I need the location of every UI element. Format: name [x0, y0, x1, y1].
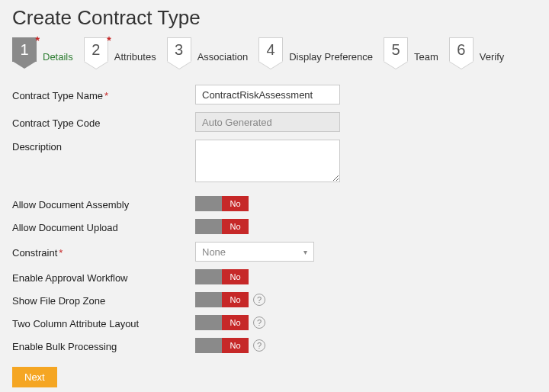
allow-document-assembly-label: Allow Document Assembly [12, 198, 195, 210]
help-icon[interactable]: ? [253, 294, 265, 306]
contract-type-name-input[interactable] [195, 85, 340, 104]
toggle-value: No [222, 196, 249, 211]
constraint-label: Constraint* [12, 246, 195, 259]
description-input[interactable] [195, 140, 340, 182]
show-file-drop-zone-label: Show File Drop Zone [12, 294, 195, 307]
wizard-step-4-number: 4 [258, 37, 283, 62]
enable-bulk-processing-label: Enable Bulk Processing [12, 339, 195, 352]
enable-approval-workflow-toggle[interactable]: No [195, 269, 249, 284]
wizard-step-6-label: Verify [480, 47, 505, 63]
toggle-value: No [222, 315, 249, 330]
required-icon: * [107, 34, 111, 47]
contract-type-code-label: Contract Type Code [12, 116, 195, 129]
wizard-step-1[interactable]: 1 * Details [12, 37, 84, 71]
two-column-layout-label: Two Column Attribute Layout [12, 316, 195, 329]
chevron-down-icon: ▾ [303, 248, 307, 256]
constraint-selected-value: None [202, 246, 226, 258]
wizard-step-6-number: 6 [449, 37, 474, 62]
show-file-drop-zone-toggle[interactable]: No [195, 292, 249, 307]
toggle-value: No [222, 292, 249, 307]
wizard-step-1-number: 1 [12, 37, 37, 62]
wizard-step-2-number: 2 [84, 37, 108, 62]
toggle-value: No [222, 219, 249, 234]
required-icon: * [104, 90, 108, 101]
wizard-steps: 1 * Details 2 * Attributes 3 Association… [12, 37, 537, 71]
wizard-step-6[interactable]: 6 Verify [449, 37, 515, 71]
wizard-step-3[interactable]: 3 Association [167, 37, 258, 71]
wizard-step-5-number: 5 [384, 37, 408, 62]
description-label: Description [12, 140, 195, 153]
wizard-step-4[interactable]: 4 Display Preference [258, 37, 384, 71]
enable-approval-workflow-label: Enable Approval Workflow [12, 271, 195, 284]
toggle-value: No [222, 338, 249, 353]
enable-bulk-processing-toggle[interactable]: No [195, 338, 249, 353]
wizard-step-5-label: Team [414, 47, 438, 63]
next-button[interactable]: Next [12, 367, 57, 387]
wizard-step-2[interactable]: 2 * Attributes [84, 37, 167, 71]
wizard-step-3-label: Association [197, 47, 248, 63]
required-icon: * [59, 247, 63, 259]
constraint-select[interactable]: None ▾ [195, 242, 314, 262]
help-icon[interactable]: ? [253, 316, 265, 329]
wizard-step-2-label: Attributes [114, 47, 156, 63]
page-title: Create Contract Type [12, 6, 537, 30]
contract-type-code-input [195, 112, 340, 132]
allow-document-upload-label: Allow Document Upload [12, 220, 195, 233]
toggle-value: No [222, 269, 249, 284]
wizard-step-3-number: 3 [167, 37, 191, 62]
contract-type-name-label: Contract Type Name* [12, 88, 195, 101]
wizard-step-1-label: Details [43, 47, 73, 63]
allow-document-upload-toggle[interactable]: No [195, 219, 249, 234]
wizard-step-4-label: Display Preference [289, 47, 373, 63]
help-icon[interactable]: ? [253, 339, 265, 352]
required-icon: * [36, 34, 40, 47]
wizard-step-5[interactable]: 5 Team [384, 37, 449, 71]
allow-document-assembly-toggle[interactable]: No [195, 196, 249, 211]
two-column-layout-toggle[interactable]: No [195, 315, 249, 330]
